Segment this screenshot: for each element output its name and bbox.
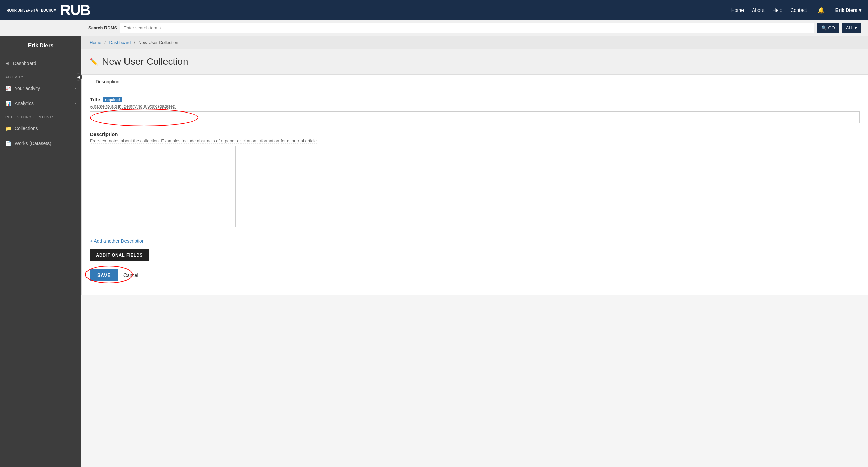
additional-fields-button[interactable]: ADDITIONAL FIELDS: [90, 249, 149, 261]
form-actions: SAVE Cancel: [90, 269, 860, 287]
title-label-text: Title: [90, 97, 100, 102]
sidebar-username: Erik Diers: [0, 36, 81, 56]
page-title: New User Collection: [102, 56, 188, 67]
top-nav-links: Home About Help Contact 🔔 Erik Diers ▾: [731, 7, 861, 14]
save-button[interactable]: SAVE: [90, 269, 118, 281]
search-go-button[interactable]: 🔍 GO: [817, 23, 839, 33]
all-label: ALL: [846, 25, 854, 31]
form-area: Description Title required A name to aid…: [81, 74, 868, 295]
your-activity-chevron: ›: [75, 86, 76, 91]
search-icon: 🔍: [821, 25, 827, 31]
add-another-description-link[interactable]: + Add another Description: [90, 238, 145, 244]
tabs: Description: [82, 75, 868, 88]
dashboard-icon: ⊞: [5, 61, 9, 66]
sidebar-item-collections[interactable]: 📁 Collections: [0, 121, 81, 136]
analytics-icon: 📊: [5, 101, 11, 106]
sidebar-item-your-activity[interactable]: 📈 Your activity ›: [0, 81, 81, 96]
user-menu[interactable]: Erik Diers ▾: [835, 7, 861, 13]
analytics-label: Analytics: [15, 101, 34, 106]
sidebar-dashboard-label: Dashboard: [13, 61, 36, 66]
dashboard-item-left: ⊞ Dashboard: [5, 61, 36, 66]
repo-section-label: REPOSITORY CONTENTS: [0, 111, 81, 121]
all-chevron-icon: ▾: [855, 25, 857, 31]
breadcrumb: Home / Dashboard / New User Collection: [81, 36, 868, 49]
breadcrumb-current: New User Collection: [138, 40, 178, 45]
analytics-chevron: ›: [75, 101, 76, 106]
sidebar: Erik Diers ◀ ⊞ Dashboard ACTIVITY 📈 Your…: [0, 36, 81, 467]
description-label: Description: [90, 131, 860, 137]
activity-section-label: ACTIVITY: [0, 71, 81, 81]
logo-rub: RUB: [60, 2, 90, 18]
title-input[interactable]: [90, 111, 860, 123]
main-content: Home / Dashboard / New User Collection ✏…: [81, 36, 868, 467]
form-body: Title required A name to aid in identify…: [82, 88, 868, 295]
user-chevron-icon: ▾: [859, 7, 861, 13]
description-field-group: Description Free-text notes about the co…: [90, 131, 860, 227]
title-input-wrapper: [90, 111, 860, 123]
sidebar-item-analytics[interactable]: 📊 Analytics ›: [0, 96, 81, 111]
search-bar: Search RDMS 🔍 GO ALL ▾: [0, 20, 868, 36]
nav-help[interactable]: Help: [773, 7, 783, 13]
your-activity-label: Your activity: [15, 86, 40, 91]
collections-icon: 📁: [5, 126, 11, 131]
nav-home[interactable]: Home: [731, 7, 744, 13]
sidebar-item-dashboard[interactable]: ⊞ Dashboard: [0, 56, 81, 71]
logo-text-small: RUHR UNIVERSITÄT BOCHUM: [7, 8, 56, 13]
works-label: Works (Datasets): [15, 141, 51, 146]
title-label: Title required: [90, 97, 860, 102]
sidebar-item-works[interactable]: 📄 Works (Datasets): [0, 136, 81, 151]
required-badge: required: [103, 97, 122, 102]
search-label: Search RDMS: [88, 25, 117, 31]
edit-icon: ✏️: [90, 58, 98, 66]
nav-about[interactable]: About: [752, 7, 765, 13]
description-help: Free-text notes about the collection. Ex…: [90, 138, 860, 143]
activity-icon: 📈: [5, 86, 11, 91]
sidebar-toggle[interactable]: ◀: [75, 73, 82, 81]
collections-item-left: 📁 Collections: [5, 126, 38, 131]
cancel-link[interactable]: Cancel: [123, 272, 138, 278]
analytics-item-left: 📊 Analytics: [5, 101, 34, 106]
title-help: A name to aid in identifying a work (dat…: [90, 104, 860, 109]
search-all-button[interactable]: ALL ▾: [842, 23, 861, 33]
description-textarea[interactable]: [90, 146, 236, 227]
collections-label: Collections: [15, 126, 38, 131]
logo-area: RUHR UNIVERSITÄT BOCHUM RUB: [7, 2, 90, 18]
breadcrumb-dashboard[interactable]: Dashboard: [109, 40, 131, 45]
description-label-text: Description: [90, 131, 118, 137]
works-icon: 📄: [5, 141, 11, 146]
your-activity-item-left: 📈 Your activity: [5, 86, 40, 91]
search-input[interactable]: [120, 23, 814, 33]
breadcrumb-home[interactable]: Home: [90, 40, 101, 45]
works-item-left: 📄 Works (Datasets): [5, 141, 51, 146]
bell-icon[interactable]: 🔔: [818, 7, 825, 14]
page-header: ✏️ New User Collection: [81, 49, 868, 74]
title-field-group: Title required A name to aid in identify…: [90, 97, 860, 123]
main-layout: Erik Diers ◀ ⊞ Dashboard ACTIVITY 📈 Your…: [0, 36, 868, 467]
breadcrumb-sep-2: /: [134, 40, 135, 45]
username-display: Erik Diers: [835, 7, 857, 13]
go-label: GO: [828, 25, 835, 31]
top-nav: RUHR UNIVERSITÄT BOCHUM RUB Home About H…: [0, 0, 868, 20]
save-btn-wrapper: SAVE: [90, 269, 118, 281]
breadcrumb-sep-1: /: [104, 40, 106, 45]
tab-description[interactable]: Description: [90, 75, 125, 88]
nav-contact[interactable]: Contact: [790, 7, 807, 13]
